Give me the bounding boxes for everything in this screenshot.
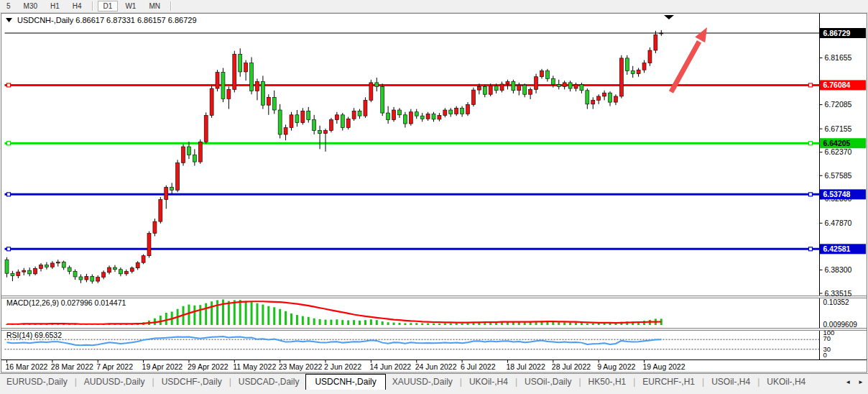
hline-handle[interactable] [7,247,11,251]
candle-body [568,83,572,88]
candle-body [68,267,71,271]
hline-handle[interactable] [7,193,11,196]
price-axis-label: 6.81655 [825,53,852,62]
hline-handle[interactable] [809,142,813,145]
candle-body [500,84,504,91]
price-badge-label: 6.42581 [823,244,851,253]
date-axis-label: 28 Jul 2022 [552,362,591,371]
candle-body [609,93,612,102]
candle-body [91,276,94,281]
candle-body [603,93,606,96]
candle-body [443,110,447,115]
candle-body [358,111,361,116]
date-axis-label: 11 May 2022 [233,362,276,371]
rsi-label: RSI(14) 69.6532 [6,331,62,339]
tab-usoil-h4[interactable]: USOil-,H4 [705,375,757,390]
tab-scroll-left-icon[interactable]: ◄ [845,379,851,385]
price-badge-label: 6.86729 [823,29,851,37]
candle-body [301,111,305,122]
candle-body [5,260,9,273]
tab-hk50-h1[interactable]: HK50-,H1 [582,375,633,390]
candle-body [284,127,287,134]
rsi-scale-label: 70 [823,334,831,342]
candle-body [244,63,248,72]
price-chart: USDCNH-,Daily 6.86617 6.87331 6.86157 6.… [0,0,868,394]
candle-body [392,110,396,120]
candle-body [267,97,270,105]
tab-eurusd-daily[interactable]: EURUSD-,Daily [0,375,74,390]
tab-scroll-right-icon[interactable]: ► [858,379,864,385]
tab-usdchf-daily[interactable]: USDCHF-,Daily [155,375,228,390]
candle-body [341,115,344,128]
date-axis-label: 9 Aug 2022 [597,362,635,371]
candle-body [85,276,88,280]
candle-body [187,147,190,155]
candle-body [648,50,652,63]
candle-body [11,273,14,275]
tab-usdcnh-daily[interactable]: USDCNH-,Daily [305,374,385,390]
macd-scale-label: 0.10352 [823,298,850,306]
candle-body [227,89,231,98]
candle-body [130,268,134,272]
candle-body [210,88,213,115]
price-axis-label: 6.67155 [825,124,852,133]
candle-body [307,111,310,119]
tab-audusd-daily[interactable]: AUDUSD-,Daily [78,375,152,390]
hline-handle[interactable] [7,83,11,87]
candle-body [387,113,390,120]
candle-body [159,199,162,221]
candle-body [233,54,236,89]
date-axis-label: 6 Jul 2022 [461,362,496,371]
candle-body [50,263,54,267]
candle-body [255,82,259,91]
tab-ukoil-h4[interactable]: UKOil-,H4 [463,375,514,390]
candle-body [17,272,20,275]
tab-xauusd-daily[interactable]: XAUUSD-,Daily [386,375,459,390]
date-axis-label: 24 Jun 2022 [415,362,457,371]
price-badge-label: 6.76084 [823,81,851,89]
candle-body [551,78,555,84]
hline-handle[interactable] [809,247,813,251]
hline-handle[interactable] [809,193,813,196]
candle-body [79,277,83,280]
candle-body [619,58,623,96]
candle-body [489,86,492,95]
tab-ukoil-h4[interactable]: UKOil-,H4 [760,375,812,390]
candle-body [56,262,60,263]
candle-body [426,114,430,119]
candle-body [625,58,629,71]
candle-body [346,119,350,127]
date-axis-label: 16 Mar 2022 [6,362,48,371]
tab-eurchf-h1[interactable]: EURCHF-,H1 [636,375,701,390]
hline-handle[interactable] [809,83,813,87]
candle-body [381,86,384,113]
candle-body [313,120,316,131]
price-badge-label: 6.53748 [823,190,851,198]
candle-body [455,108,458,114]
candle-body [631,71,634,74]
tab-usoil-daily[interactable]: USOil-,Daily [518,375,578,390]
candle-body [535,77,538,90]
candle-body [45,265,48,267]
price-axis-label: 6.33515 [825,289,852,298]
tab-usdcad-daily[interactable]: USDCAD-,Daily [232,375,306,390]
candle-body [483,86,486,94]
candle-body [176,162,180,190]
hline-handle[interactable] [7,142,11,145]
candle-body [597,96,601,100]
candle-body [574,85,578,88]
candle-body [272,97,276,110]
candle-body [642,63,646,70]
candle-body [420,116,424,119]
candle-body [438,115,441,119]
date-axis-label: 14 Jun 2022 [369,362,411,371]
candle-body [517,85,521,90]
date-axis-label: 19 Aug 2022 [643,362,685,371]
candle-body [586,91,589,104]
candle-body [329,120,333,131]
candle-body [324,131,328,134]
candle-body [165,187,168,199]
candle-body [409,112,412,124]
date-axis-label: 2 Jun 2022 [324,362,361,371]
candle-body [73,271,77,276]
